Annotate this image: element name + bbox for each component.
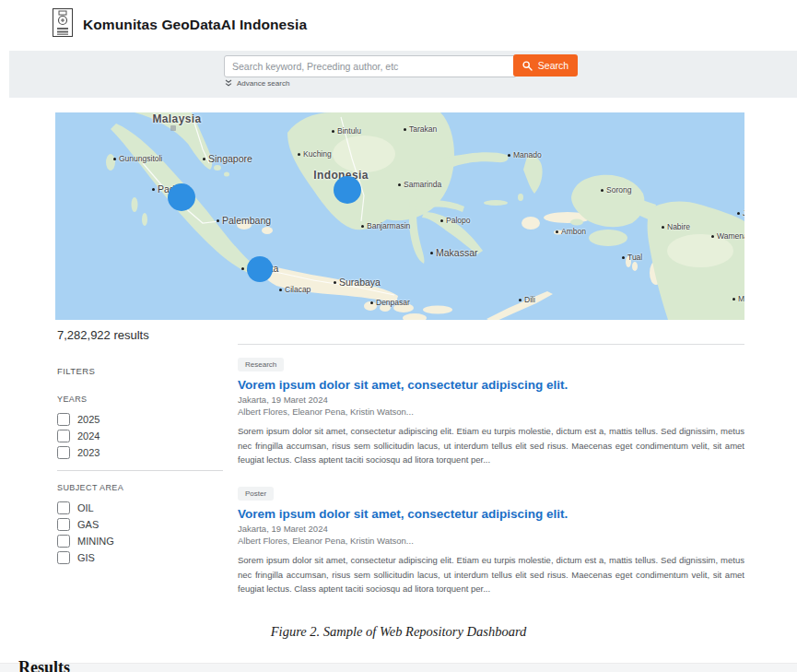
city-dot-icon	[298, 153, 300, 156]
indonesia-map[interactable]: BintuluTarakanGunungsitoliSingaporeKuchi…	[55, 112, 744, 320]
filter-option-gas[interactable]: GAS	[57, 516, 223, 533]
filter-option-2025[interactable]: 2025	[57, 411, 223, 428]
checkbox[interactable]	[57, 446, 70, 459]
city-dot-icon	[361, 225, 364, 228]
city-dot-icon	[556, 230, 558, 233]
city-dot-icon	[508, 154, 510, 157]
map-cluster-marker[interactable]	[334, 176, 361, 204]
city-dot-icon	[332, 130, 334, 133]
filter-option-label: GIS	[77, 552, 95, 563]
map-cluster-marker[interactable]	[168, 183, 195, 211]
city-label: Sorong	[601, 185, 631, 195]
city-dot-icon	[622, 256, 625, 259]
city-dot-icon	[601, 189, 604, 192]
filters-panel: FILTERS YEARS202520242023SUBJECT AREAOIL…	[57, 366, 223, 566]
city-name: Surabaya	[339, 277, 381, 288]
city-label: Ambon	[556, 227, 586, 236]
result-authors: Albert Flores, Eleanor Pena, Kristin Wat…	[238, 407, 744, 419]
city-name: Nabire	[667, 222, 690, 231]
city-label: Nabire	[662, 222, 690, 231]
search-band: Search Advance search	[9, 51, 797, 98]
site-title: Komunitas GeoDataAI Indonesia	[83, 17, 307, 33]
city-name: Sorong	[606, 185, 631, 195]
checkbox[interactable]	[57, 551, 70, 564]
city-dot-icon	[152, 188, 155, 191]
city-name: Ambon	[561, 227, 586, 236]
search-input[interactable]	[224, 55, 517, 77]
result-date-location: Jakarta, 19 Maret 2024	[238, 395, 744, 407]
result-card: ResearchVorem ipsum dolor sit amet, cons…	[238, 354, 744, 467]
map-landmass-svg	[55, 112, 744, 320]
city-dot-icon	[662, 226, 664, 229]
result-authors: Albert Flores, Eleanor Pena, Kristin Wat…	[238, 536, 744, 548]
result-type-badge: Poster	[238, 487, 274, 501]
city-dot-icon	[370, 301, 373, 304]
filter-option-label: GAS	[77, 519, 99, 530]
filter-option-label: 2023	[77, 447, 100, 458]
city-dot-icon	[334, 281, 336, 284]
checkbox[interactable]	[57, 535, 70, 548]
city-dot-icon	[440, 219, 443, 222]
checkbox[interactable]	[57, 430, 70, 442]
checkbox[interactable]	[57, 413, 70, 426]
filter-option-mining[interactable]: MINING	[57, 533, 223, 549]
city-dot-icon	[733, 298, 735, 301]
map-cluster-marker[interactable]	[247, 256, 273, 282]
result-title-link[interactable]: Vorem ipsum dolor sit amet, consectetur …	[238, 507, 744, 521]
city-label: Makassar	[430, 247, 478, 258]
result-type-badge: Research	[238, 358, 284, 371]
filter-group-label: YEARS	[57, 395, 223, 404]
city-label: Kuching	[298, 149, 332, 159]
filter-option-label: 2025	[77, 414, 100, 425]
result-title-link[interactable]: Vorem ipsum dolor sit amet, consectetur …	[238, 378, 744, 392]
city-dot-icon	[398, 183, 401, 186]
double-chevron-down-icon	[225, 79, 232, 88]
city-dot-icon	[241, 267, 244, 270]
city-label: Denpasar	[370, 298, 410, 307]
country-label: Malaysia	[152, 112, 201, 125]
city-label: Jayapura	[737, 208, 744, 218]
city-dot-icon	[203, 158, 205, 160]
city-label: Samarinda	[398, 180, 441, 189]
filter-option-2023[interactable]: 2023	[57, 444, 223, 461]
filter-option-2024[interactable]: 2024	[57, 428, 223, 444]
filter-option-gis[interactable]: GIS	[57, 549, 223, 566]
advance-search-label: Advance search	[237, 79, 289, 88]
results-top-divider	[238, 344, 744, 345]
organization-logo-icon	[53, 8, 73, 37]
city-name: Palopo	[446, 216, 470, 225]
city-name: Merauke	[738, 294, 744, 303]
city-name: Gunungsitoli	[119, 154, 162, 163]
paper-page: Komunitas GeoDataAI Indonesia Search Adv…	[0, 0, 797, 672]
city-name: Manado	[513, 150, 542, 159]
city-dot-icon	[279, 289, 282, 291]
city-label: Dili	[519, 295, 535, 304]
city-name: Denpasar	[376, 298, 410, 307]
filter-option-oil[interactable]: OIL	[57, 500, 223, 516]
checkbox[interactable]	[57, 501, 70, 514]
filter-option-label: OIL	[77, 502, 94, 513]
checkbox[interactable]	[57, 518, 70, 531]
figure-caption: Figure 2. Sample of Web Repository Dashb…	[0, 624, 797, 640]
search-button[interactable]: Search	[513, 54, 578, 77]
result-abstract: Sorem ipsum dolor sit amet, consectetur …	[238, 553, 744, 596]
city-name: Makassar	[436, 247, 478, 258]
city-dot-icon	[217, 219, 219, 222]
result-date-location: Jakarta, 19 Maret 2024	[238, 524, 744, 536]
city-name: Tarakan	[409, 124, 437, 134]
city-label: Wamena	[711, 231, 744, 241]
result-abstract: Sorem ipsum dolor sit amet, consectetur …	[238, 424, 744, 467]
next-section-heading: Results	[18, 658, 70, 672]
city-label: Bintulu	[332, 126, 361, 136]
filters-title: FILTERS	[57, 366, 223, 376]
city-label: Cilacap	[279, 285, 311, 294]
advance-search-link[interactable]: Advance search	[225, 79, 289, 88]
city-name: Dili	[524, 295, 535, 304]
page-bottom-band	[0, 663, 797, 672]
city-label: Merauke	[733, 294, 744, 303]
results-count: 7,282,922 results	[57, 328, 149, 342]
result-card: PosterVorem ipsum dolor sit amet, consec…	[238, 483, 744, 596]
city-label: Gunungsitoli	[113, 154, 162, 163]
city-label: Palopo	[440, 216, 470, 225]
city-dot-icon	[711, 235, 714, 238]
